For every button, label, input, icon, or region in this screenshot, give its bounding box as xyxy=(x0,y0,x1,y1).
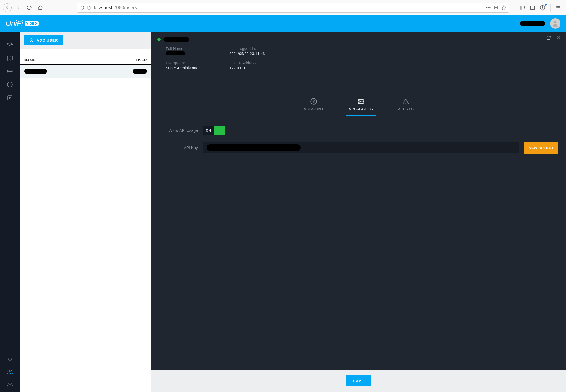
reload-button[interactable] xyxy=(24,3,34,13)
svg-point-13 xyxy=(360,101,361,102)
more-icon[interactable]: ••• xyxy=(486,5,491,10)
pocket-icon[interactable] xyxy=(494,5,499,10)
logo-badge: VIDEO xyxy=(25,21,39,26)
sidebar-item-users[interactable] xyxy=(0,365,20,379)
save-button[interactable]: SAVE xyxy=(346,375,371,386)
app-header: UniFi VIDEO xyxy=(0,15,566,32)
allow-api-toggle[interactable]: ON xyxy=(203,126,225,135)
svg-point-14 xyxy=(406,103,406,104)
app-logo[interactable]: UniFi VIDEO xyxy=(6,19,39,28)
plus-circle-icon xyxy=(29,38,34,43)
toggle-on-label: ON xyxy=(203,129,214,132)
column-name[interactable]: NAME xyxy=(24,58,104,62)
svg-point-9 xyxy=(9,385,11,386)
close-icon[interactable] xyxy=(556,35,561,40)
save-bar: SAVE xyxy=(151,370,566,392)
sidebar-item-alerts[interactable] xyxy=(0,352,20,365)
table-row[interactable] xyxy=(20,65,151,78)
tab-alerts[interactable]: ALERTS xyxy=(395,98,416,116)
last-logged-label: Last Logged In: xyxy=(229,46,560,51)
tab-api-access-label: API ACCESS xyxy=(349,107,373,111)
main-content: ADD USER NAME USER xyxy=(20,32,566,392)
browser-right-controls xyxy=(519,4,564,12)
svg-point-2 xyxy=(542,6,543,8)
new-api-key-button[interactable]: NEW API KEY xyxy=(524,142,558,154)
row-user-redacted xyxy=(133,69,147,74)
detail-tabs: ACCOUNT API ACCESS ALERTS xyxy=(157,98,560,116)
online-status-dot xyxy=(157,38,161,41)
svg-point-8 xyxy=(11,371,12,372)
tab-api-access[interactable]: API ACCESS xyxy=(346,98,376,116)
bookmark-star-icon[interactable] xyxy=(501,5,506,10)
svg-point-3 xyxy=(554,21,557,23)
api-key-label: API Key xyxy=(159,145,198,150)
svg-point-12 xyxy=(313,100,315,102)
header-username-redacted xyxy=(520,21,545,26)
api-key-field[interactable] xyxy=(203,142,519,153)
allow-api-label: Allow API Usage xyxy=(159,128,198,133)
toggle-knob xyxy=(214,126,225,135)
sidebar-icon[interactable] xyxy=(529,4,536,12)
sidebar-item-cameras[interactable] xyxy=(0,38,20,51)
home-button[interactable] xyxy=(35,3,45,13)
tab-alerts-label: ALERTS xyxy=(398,107,414,111)
back-button[interactable] xyxy=(2,3,12,13)
full-name-redacted xyxy=(166,51,185,55)
svg-rect-0 xyxy=(531,6,535,9)
table-header: NAME USER xyxy=(20,54,151,65)
usergroup-label: Usergroup: xyxy=(166,61,229,65)
tab-account-label: ACCOUNT xyxy=(303,107,324,111)
sidebar xyxy=(0,32,20,392)
popout-icon[interactable] xyxy=(546,35,551,40)
usergroup-value: Super Administrator xyxy=(166,66,229,70)
last-ip-label: Last IP Address: xyxy=(229,61,560,65)
sidebar-item-recordings[interactable] xyxy=(0,91,20,104)
sidebar-item-liveview[interactable] xyxy=(0,65,20,78)
sidebar-item-map[interactable] xyxy=(0,51,20,65)
add-user-label: ADD USER xyxy=(37,38,58,43)
account-icon[interactable] xyxy=(539,4,546,12)
tab-account[interactable]: ACCOUNT xyxy=(301,98,326,116)
avatar[interactable] xyxy=(550,18,560,29)
shield-icon xyxy=(80,5,84,10)
hamburger-menu-icon[interactable] xyxy=(554,4,562,12)
address-bar[interactable]: localhost:7080/users ••• xyxy=(77,3,509,13)
last-logged-value: 2021/05/22 23:11:43 xyxy=(229,51,560,56)
svg-point-7 xyxy=(8,370,10,372)
sidebar-item-timeline[interactable] xyxy=(0,78,20,91)
browser-toolbar: localhost:7080/users ••• xyxy=(0,0,566,15)
sidebar-item-settings[interactable] xyxy=(0,379,20,392)
column-user[interactable]: USER xyxy=(104,58,147,62)
last-ip-value: 127.0.0.1 xyxy=(229,66,560,70)
user-list-pane: ADD USER NAME USER xyxy=(20,32,151,392)
row-name-redacted xyxy=(24,69,47,74)
forward-button[interactable] xyxy=(13,3,23,13)
user-detail-panel: Full Name: Last Logged In: 2021/05/22 23… xyxy=(151,32,566,392)
page-icon xyxy=(87,5,91,10)
url-text: localhost:7080/users xyxy=(94,5,483,11)
full-name-label: Full Name: xyxy=(166,46,229,51)
add-user-button[interactable]: ADD USER xyxy=(24,35,63,45)
svg-point-4 xyxy=(10,71,11,72)
detail-username-redacted xyxy=(163,37,189,42)
api-access-tab-content: Allow API Usage ON API Key NEW API KEY xyxy=(151,116,566,370)
api-key-redacted xyxy=(207,144,301,151)
library-icon[interactable] xyxy=(519,4,526,12)
